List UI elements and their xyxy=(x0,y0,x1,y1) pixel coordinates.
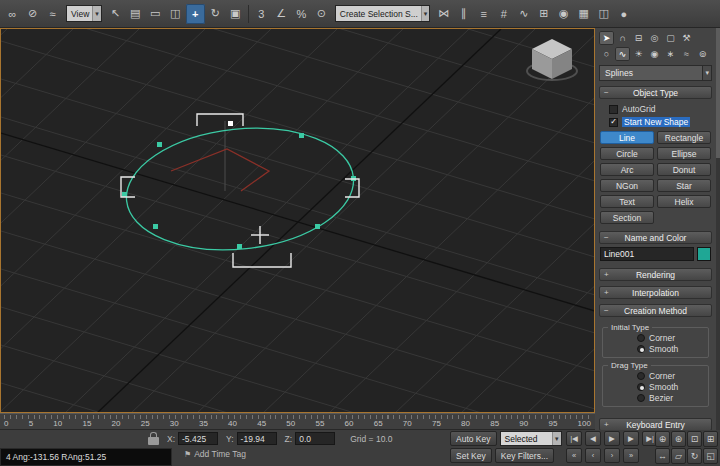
timeline-frame-label[interactable]: 70 xyxy=(403,419,412,428)
tab-display[interactable]: ▢ xyxy=(663,31,678,45)
radio-button-icon[interactable] xyxy=(637,383,645,391)
object-type-button-ellipse[interactable]: Ellipse xyxy=(657,147,711,160)
timeline-frame-label[interactable]: 80 xyxy=(461,419,470,428)
tab-modify[interactable]: ∩ xyxy=(615,31,630,45)
timeline-frame-label[interactable]: 95 xyxy=(548,419,557,428)
radio-smooth[interactable]: Smooth xyxy=(603,343,708,354)
render-production-icon[interactable]: ● xyxy=(614,4,633,24)
object-type-button-rectangle[interactable]: Rectangle xyxy=(657,131,711,144)
category-geometry[interactable]: ○ xyxy=(599,47,614,61)
field-of-view-icon[interactable]: ▱ xyxy=(671,448,686,464)
category-space-warps[interactable]: ≈ xyxy=(679,47,694,61)
radio-smooth[interactable]: Smooth xyxy=(603,381,708,392)
tab-utilities[interactable]: ⚒ xyxy=(679,31,694,45)
spinner-snap-toggle-icon[interactable]: ⊙ xyxy=(312,4,331,24)
object-type-button-donut[interactable]: Donut xyxy=(657,163,711,176)
object-type-button-ngon[interactable]: NGon xyxy=(600,179,654,192)
zoom-all-icon[interactable]: ⊛ xyxy=(671,431,686,447)
next-key-icon[interactable]: » xyxy=(623,448,639,463)
timeline-frame-label[interactable]: 15 xyxy=(82,419,91,428)
next-frame-icon[interactable]: ▶ xyxy=(623,431,639,446)
timeline-frame-label[interactable]: 25 xyxy=(141,419,150,428)
object-type-button-text[interactable]: Text xyxy=(600,195,654,208)
timeline-frame-label[interactable]: 45 xyxy=(257,419,266,428)
material-editor-icon[interactable]: ◉ xyxy=(554,4,573,24)
object-type-button-circle[interactable]: Circle xyxy=(600,147,654,160)
schematic-view-icon[interactable]: ⊞ xyxy=(534,4,553,24)
splines-dropdown[interactable]: Splines ▾ xyxy=(599,65,712,81)
tab-hierarchy[interactable]: ⊟ xyxy=(631,31,646,45)
orbit-icon[interactable]: ↻ xyxy=(687,448,702,464)
zoom-extents-icon[interactable]: ⊡ xyxy=(687,431,702,447)
zoom-extents-all-icon[interactable]: ⊞ xyxy=(703,431,718,447)
y-coordinate-field[interactable]: -19.94 xyxy=(237,432,277,445)
timeline-frame-label[interactable]: 75 xyxy=(432,419,441,428)
timeline-frame-label[interactable]: 100 xyxy=(578,419,591,428)
timeline-frame-label[interactable]: 60 xyxy=(345,419,354,428)
track-bar[interactable]: 0510152025303540455055606570758085909510… xyxy=(0,413,595,430)
select-and-move-icon[interactable]: + xyxy=(186,4,205,24)
checkmark-icon[interactable]: ✓ xyxy=(609,118,618,127)
rollout-rendering-header[interactable]: + Rendering xyxy=(599,268,712,281)
start-new-shape-checkbox[interactable]: ✓ Start New Shape xyxy=(609,116,711,128)
named-selection-set-dropdown[interactable]: Create Selection S... ▾ xyxy=(335,5,430,22)
previous-frame-icon[interactable]: ◀ xyxy=(585,431,601,446)
dropdown-arrow-icon[interactable]: ▾ xyxy=(92,6,101,21)
radio-corner[interactable]: Corner xyxy=(603,370,708,381)
timeline-frame-label[interactable]: 85 xyxy=(490,419,499,428)
radio-button-icon[interactable] xyxy=(637,394,645,402)
timeline-frame-label[interactable]: 30 xyxy=(170,419,179,428)
view-dropdown[interactable]: View ▾ xyxy=(66,5,102,22)
object-type-button-helix[interactable]: Helix xyxy=(657,195,711,208)
window-crossing-icon[interactable]: ◫ xyxy=(166,4,185,24)
object-type-button-arc[interactable]: Arc xyxy=(600,163,654,176)
select-object-icon[interactable]: ↖ xyxy=(106,4,125,24)
rectangular-selection-region-icon[interactable]: ▭ xyxy=(146,4,165,24)
timeline-frame-label[interactable]: 5 xyxy=(29,419,33,428)
play-animation-icon[interactable]: ▶ xyxy=(604,431,620,446)
category-cameras[interactable]: ◉ xyxy=(647,47,662,61)
radio-button-icon[interactable] xyxy=(637,345,645,353)
percent-snap-toggle-icon[interactable]: % xyxy=(292,4,311,24)
radio-corner[interactable]: Corner xyxy=(603,332,708,343)
z-coordinate-field[interactable]: 0.0 xyxy=(295,432,335,445)
selection-filter-dropdown[interactable]: Selected ▾ xyxy=(500,431,562,446)
radio-button-icon[interactable] xyxy=(637,372,645,380)
rollout-interpolation-header[interactable]: + Interpolation xyxy=(599,286,712,299)
align-icon[interactable]: ∥ xyxy=(454,4,473,24)
radio-bezier[interactable]: Bezier xyxy=(603,392,708,403)
object-type-button-line[interactable]: Line xyxy=(600,131,654,144)
radio-button-icon[interactable] xyxy=(637,334,645,342)
manage-layers-icon[interactable]: ≡ xyxy=(474,4,493,24)
select-and-rotate-icon[interactable]: ↻ xyxy=(206,4,225,24)
curve-editor-icon[interactable]: ∿ xyxy=(514,4,533,24)
pan-view-icon[interactable]: ↔ xyxy=(655,448,670,464)
object-type-button-section[interactable]: Section xyxy=(600,211,654,224)
go-to-start-icon[interactable]: |◀ xyxy=(566,431,582,446)
key-filters-button[interactable]: Key Filters... xyxy=(495,448,554,463)
category-shapes[interactable]: ∿ xyxy=(615,47,630,61)
timeline-frame-label[interactable]: 50 xyxy=(286,419,295,428)
viewcube[interactable] xyxy=(527,39,577,80)
zoom-icon[interactable]: ⊕ xyxy=(655,431,670,447)
rendered-frame-window-icon[interactable]: ◫ xyxy=(594,4,613,24)
checkbox-icon[interactable] xyxy=(609,105,618,114)
timeline-frame-label[interactable]: 35 xyxy=(199,419,208,428)
select-and-scale-icon[interactable]: ▣ xyxy=(226,4,245,24)
mirror-icon[interactable]: ⋈ xyxy=(434,4,453,24)
maximize-viewport-toggle-icon[interactable]: ◱ xyxy=(703,448,718,464)
render-setup-icon[interactable]: ▦ xyxy=(574,4,593,24)
timeline-frame-label[interactable]: 20 xyxy=(112,419,121,428)
rollout-creation-method-header[interactable]: − Creation Method xyxy=(599,304,712,317)
category-helpers[interactable]: ∗ xyxy=(663,47,678,61)
auto-key-button[interactable]: Auto Key xyxy=(450,431,497,446)
graphite-modeling-tools-icon[interactable]: # xyxy=(494,4,513,24)
sub-frame-left-icon[interactable]: ‹ xyxy=(585,448,601,463)
object-name-field[interactable]: Line001 xyxy=(600,247,694,261)
object-type-button-star[interactable]: Star xyxy=(657,179,711,192)
x-coordinate-field[interactable]: -5.425 xyxy=(178,432,218,445)
tab-create[interactable]: ➤ xyxy=(599,31,614,45)
timeline-frame-label[interactable]: 40 xyxy=(228,419,237,428)
timeline-frame-label[interactable]: 0 xyxy=(4,419,8,428)
sub-frame-right-icon[interactable]: › xyxy=(604,448,620,463)
